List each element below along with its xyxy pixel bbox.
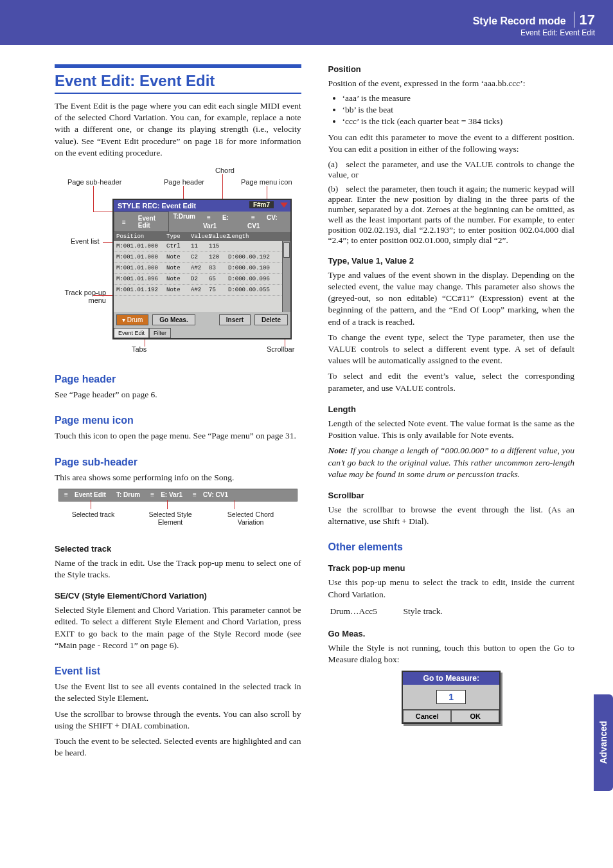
strip-track: T: Drum [111, 491, 145, 498]
label-selected-track: Selected track [67, 511, 119, 518]
heading-track-popup: Track pop-up menu [328, 563, 575, 573]
heading-go-meas: Go Meas. [328, 629, 575, 638]
event-row[interactable]: M:001.01.096NoteD265D:000.00.096 [114, 274, 290, 285]
label-selected-se: Selected Style Element [138, 511, 202, 526]
intro-paragraph: The Event Edit is the page where you can… [55, 100, 301, 159]
event-edit-screenshot: Chord Page sub-header Page header Page m… [55, 167, 301, 359]
header-title: Style Record mode [473, 15, 566, 26]
go-meas-button[interactable]: Go Meas. [152, 314, 195, 325]
track-range-value: Style track. [403, 606, 443, 617]
label-page-header: Page header [164, 178, 204, 186]
tab-filter[interactable]: Filter [149, 328, 171, 338]
col-value2: Value2 [209, 233, 228, 240]
text-track-popup: Use this pop-up menu to select the track… [328, 577, 575, 600]
dialog-value[interactable]: 1 [436, 690, 466, 704]
text-selected-track: Name of the track in edit. Use the Track… [55, 557, 301, 581]
go-to-measure-dialog: Go to Measure: 1 Cancel OK [402, 671, 501, 724]
sub-header-figure: Event Edit T: Drum E: Var1 CV: CV1 Selec… [55, 489, 301, 534]
sub-event-edit: Event Edit [134, 213, 165, 230]
position-bullets: ‘aaa’ is the measure‘bb’ is the beat‘ccc… [342, 93, 575, 127]
text-position-lead: Position of the event, expressed in the … [328, 78, 575, 89]
scrollbar[interactable] [282, 241, 290, 312]
heading-other-elements: Other elements [328, 541, 575, 553]
page-number: 17 [574, 12, 595, 28]
text-length-1: Length of the selected Note event. The v… [328, 418, 575, 441]
event-rows[interactable]: M:001.01.000Ctrl11115M:001.01.000NoteC21… [114, 241, 290, 312]
dialog-cancel-button[interactable]: Cancel [403, 710, 451, 723]
position-bullet: ‘aaa’ is the measure [342, 93, 575, 104]
col-length: Length [228, 233, 276, 240]
scroll-thumb[interactable] [283, 242, 290, 258]
label-event-list: Event list [71, 237, 100, 245]
track-popup-menu[interactable]: ▾ Drum [116, 314, 148, 325]
label-page-sub-header: Page sub-header [67, 178, 121, 186]
hamburger-icon [193, 491, 200, 498]
heading-scrollbar: Scrollbar [328, 491, 575, 500]
delete-button[interactable]: Delete [254, 314, 288, 325]
header-subtitle: Event Edit: Event Edit [473, 28, 595, 37]
hamburger-icon [150, 491, 158, 498]
dialog-ok-button[interactable]: OK [451, 710, 499, 723]
left-column: Event Edit: Event Edit The Event Edit is… [55, 64, 301, 763]
chord-badge: F#m7 [249, 201, 274, 208]
strip-cv: CV: CV1 [203, 491, 228, 498]
heading-position: Position [328, 64, 575, 74]
insert-button[interactable]: Insert [219, 314, 251, 325]
heading-event-list: Event list [55, 665, 301, 677]
strip-e: E: Var1 [161, 491, 182, 498]
text-go-meas: While the Style is not running, touch th… [328, 642, 575, 665]
page-menu-icon[interactable] [280, 203, 288, 208]
position-bullet: ‘bb’ is the beat [342, 105, 575, 115]
heading-type-values: Type, Value 1, Value 2 [328, 256, 575, 266]
text-tvv-2: To change the event type, select the Typ… [328, 332, 575, 367]
sub-track: T:Drum [169, 212, 199, 232]
col-type: Type [166, 233, 191, 240]
hamburger-icon [64, 491, 72, 498]
tab-event-edit[interactable]: Event Edit [114, 328, 149, 338]
text-tvv-1: Type and values of the event shown in th… [328, 269, 575, 328]
position-option-a: (a)select the parameter, and use the VAL… [328, 159, 575, 180]
text-scrollbar: Use the scrollbar to browse the event th… [328, 504, 575, 527]
heading-page-header: Page header [55, 374, 301, 385]
event-row[interactable]: M:001.01.000NoteA#283D:000.00.100 [114, 263, 290, 274]
label-scrollbar: Scrollbar [267, 345, 294, 353]
event-row[interactable]: M:001.01.192NoteA#275D:000.00.055 [114, 285, 290, 296]
position-option-b: (b)select the parameter, then touch it a… [328, 184, 575, 246]
event-row[interactable]: M:001.01.000Ctrl11115 [114, 241, 290, 252]
label-selected-cv: Selected Chord Variation [215, 511, 286, 526]
label-page-menu-icon: Page menu icon [241, 178, 292, 186]
text-tvv-3: To select and edit the event’s value, se… [328, 370, 575, 393]
label-track-popup: Track pop-up menu [55, 289, 106, 304]
text-position-2: You can edit this parameter to move the … [328, 132, 575, 155]
heading-length: Length [328, 404, 575, 414]
col-value1: Value1 [191, 233, 209, 240]
heading-page-menu-icon: Page menu icon [55, 415, 301, 426]
text-event-list-3: Touch the event to be selected. Selected… [55, 736, 301, 759]
track-range-key: Drum…Acc5 [330, 606, 402, 617]
text-page-header: See “Page header” on page 6. [55, 389, 301, 401]
section-title: Event Edit: Event Edit [55, 64, 301, 94]
side-tab-advanced[interactable]: Advanced [594, 694, 613, 791]
text-page-menu-icon: Touch this icon to open the page menu. S… [55, 430, 301, 442]
event-row[interactable]: M:001.01.000NoteC2120D:000.00.192 [114, 252, 290, 263]
hamburger-icon [118, 217, 132, 227]
text-secv: Selected Style Element and Chord Variati… [55, 604, 301, 651]
list-header: Position Type Value1 Value2 Length [114, 232, 290, 241]
label-chord: Chord [215, 167, 235, 174]
heading-secv: SE/CV (Style Element/Chord Variation) [55, 591, 301, 601]
heading-page-sub-header: Page sub-header [55, 457, 301, 468]
device-title-bar: STYLE REC: Event Edit F#m7 [114, 200, 290, 212]
page-header-band: Style Record mode 17 Event Edit: Event E… [0, 0, 613, 45]
text-event-list-2: Use the scrollbar to browse through the … [55, 709, 301, 732]
text-page-sub-header: This area shows some performing info on … [55, 472, 301, 484]
track-range-table: Drum…Acc5 Style track. [328, 604, 445, 619]
text-length-note: Note: If you change a length of “000.00.… [328, 445, 575, 480]
strip-event-edit: Event Edit [75, 491, 106, 498]
col-position: Position [116, 233, 166, 240]
device-title: STYLE REC: Event Edit [118, 202, 196, 210]
position-bullet: ‘ccc’ is the tick (each quarter beat = 3… [342, 116, 575, 127]
text-event-list-1: Use the Event list to see all events con… [55, 681, 301, 704]
right-column: Position Position of the event, expresse… [328, 64, 575, 763]
heading-selected-track: Selected track [55, 544, 301, 554]
dialog-title: Go to Measure: [403, 672, 499, 685]
